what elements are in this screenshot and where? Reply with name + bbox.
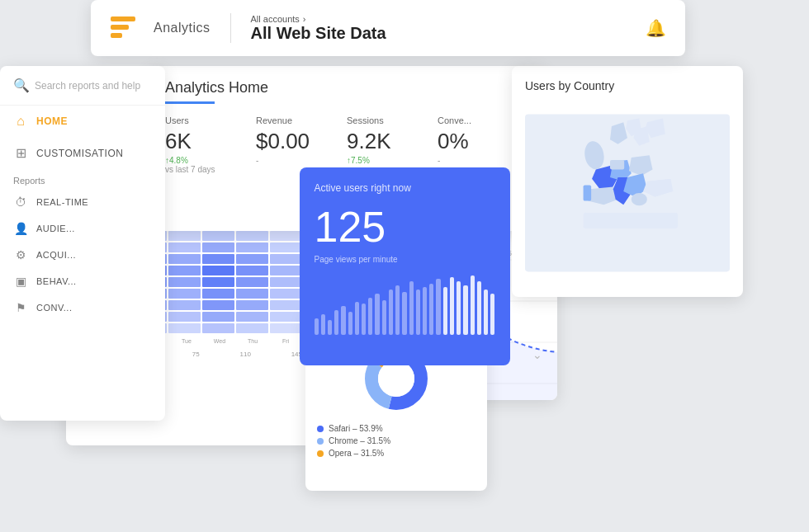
heatmap-cell — [270, 277, 302, 287]
heatmap-cell — [168, 289, 201, 299]
heatmap-cell — [168, 312, 201, 322]
acquisition-icon: ⚙ — [13, 248, 28, 261]
sidebar-label-home: HOME — [36, 115, 68, 127]
audience-icon: 👤 — [13, 222, 28, 235]
active-bar — [471, 275, 475, 335]
heatmap-cell — [202, 323, 234, 333]
heatmap-cell — [202, 300, 234, 310]
analytics-logo — [111, 16, 140, 40]
svg-point-11 — [632, 193, 647, 205]
sidebar-card: 🔍 Search reports and help ⌂ HOME ⊞ CUSTO… — [0, 66, 165, 421]
metric-revenue: Revenue $0.00 - — [256, 115, 347, 174]
metric-revenue-change: - — [256, 156, 337, 165]
heatmap-cell — [236, 277, 268, 287]
heatmap-cell — [270, 254, 302, 264]
active-bar — [484, 290, 488, 335]
active-bar — [375, 294, 379, 335]
metric-conversions-label: Conve... — [438, 115, 518, 125]
search-input[interactable]: Search reports and help — [35, 80, 140, 92]
home-icon: ⌂ — [13, 114, 28, 129]
heatmap-cell — [202, 289, 234, 299]
heatmap-cell — [168, 300, 201, 310]
chrome-dot — [317, 438, 324, 445]
svg-rect-16 — [584, 213, 678, 228]
active-users-bars — [315, 277, 495, 335]
heatmap-cell — [236, 289, 268, 299]
logo-bar-2 — [111, 25, 129, 30]
metrics-row: Users 6K ↑4.8% vs last 7 days Revenue $0… — [165, 115, 528, 174]
active-bar — [409, 281, 414, 335]
active-users-card: Active users right now 125 Page views pe… — [300, 167, 510, 365]
sidebar-item-conversions[interactable]: ⚑ CONV... — [0, 294, 165, 321]
sidebar-item-behaviour[interactable]: ▣ BEHAV... — [0, 268, 165, 294]
active-bar — [362, 304, 366, 335]
active-users-title: Active users right now — [315, 182, 495, 194]
conversions-icon: ⚑ — [13, 301, 28, 314]
active-bar — [355, 302, 359, 335]
realtime-icon: ⏱ — [13, 195, 28, 209]
active-bar — [490, 294, 494, 335]
active-bar — [429, 284, 433, 335]
browser-legend: Safari – 53.9% Chrome – 31.5% Opera – 31… — [317, 424, 475, 458]
behaviour-icon: ▣ — [13, 275, 28, 288]
metric-users-label: Users — [165, 115, 246, 125]
active-bar — [334, 310, 338, 335]
header-nav: All accounts › All Web Site Data — [251, 14, 386, 43]
active-bar — [463, 285, 467, 335]
heatmap-cell — [168, 242, 201, 252]
country-card: Users by Country — [512, 66, 743, 297]
legend-safari: Safari – 53.9% — [317, 424, 475, 433]
reports-section-label: Reports — [0, 169, 165, 189]
sidebar-label-acquisition: ACQUI... — [36, 250, 76, 260]
heatmap-cell — [236, 312, 268, 322]
active-bar — [348, 312, 352, 335]
active-bar — [436, 279, 440, 335]
page-title: All Web Site Data — [251, 24, 386, 43]
sidebar-label-conversions: CONV... — [36, 303, 72, 313]
sidebar-label-realtime: REAL-TIME — [36, 197, 88, 207]
heatmap-cell — [202, 242, 234, 252]
heatmap-cell — [236, 231, 268, 241]
svg-point-31 — [378, 360, 414, 397]
metric-users: Users 6K ↑4.8% vs last 7 days — [165, 115, 256, 174]
sidebar-item-realtime[interactable]: ⏱ REAL-TIME — [0, 189, 165, 215]
svg-rect-6 — [610, 160, 624, 169]
active-bar — [341, 306, 345, 335]
metric-revenue-label: Revenue — [256, 115, 337, 125]
logo-bar-1 — [111, 16, 135, 21]
world-map — [525, 102, 730, 284]
metric-sessions-label: Sessions — [347, 115, 428, 125]
metric-conversions-value: 0% — [438, 129, 518, 154]
active-bar — [477, 281, 481, 335]
sidebar-label-audience: AUDIE... — [36, 224, 75, 233]
heatmap-cell — [236, 254, 268, 264]
legend-chrome: Chrome – 31.5% — [317, 436, 475, 445]
heatmap-cell — [236, 242, 268, 252]
logo-bar-3 — [111, 33, 122, 38]
heatmap-cell — [202, 312, 234, 322]
sidebar-item-home[interactable]: ⌂ HOME — [0, 106, 165, 137]
heatmap-cell — [202, 277, 234, 287]
sidebar-item-audience[interactable]: 👤 AUDIE... — [0, 215, 165, 242]
heatmap-cell — [236, 323, 268, 333]
sidebar-item-customisation[interactable]: ⊞ CUSTOMISATION — [0, 137, 165, 169]
metric-users-value: 6K — [165, 129, 246, 154]
metric-users-change: ↑4.8% — [165, 156, 246, 165]
heatmap-cell — [270, 300, 302, 310]
metric-conversions-change: - — [438, 156, 518, 165]
safari-dot — [317, 426, 324, 432]
heatmap-cell — [168, 277, 201, 287]
heatmap-cell — [168, 254, 201, 264]
heatmap-cell — [202, 266, 234, 275]
notification-bell-icon[interactable]: 🔔 — [646, 18, 665, 38]
active-bar — [328, 320, 332, 335]
header-card: Analytics All accounts › All Web Site Da… — [91, 0, 685, 56]
search-bar[interactable]: 🔍 Search reports and help — [0, 66, 165, 106]
metric-sessions: Sessions 9.2K ↑7.5% — [347, 115, 438, 174]
heatmap-cell — [168, 231, 201, 241]
header-divider — [230, 13, 231, 43]
metric-sessions-value: 9.2K — [347, 129, 428, 154]
active-bar — [389, 290, 393, 335]
sidebar-item-acquisition[interactable]: ⚙ ACQUI... — [0, 242, 165, 268]
all-accounts-link[interactable]: All accounts › — [251, 14, 386, 24]
